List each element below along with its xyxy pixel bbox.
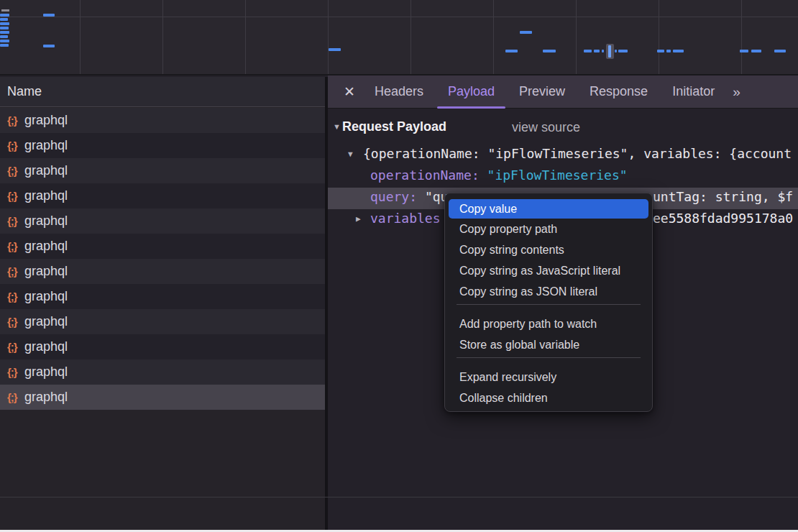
- network-activity-bar: [774, 50, 786, 52]
- network-activity-bar: [505, 50, 518, 52]
- request-name: graphql: [24, 364, 68, 380]
- query-value-fragment: untTag: string, $f: [653, 189, 793, 204]
- network-activity-bar: [0, 31, 9, 34]
- tab-response[interactable]: Response: [577, 75, 660, 109]
- network-overview-timeline[interactable]: [0, 0, 798, 75]
- table-row-selected[interactable]: {;}graphql: [0, 385, 325, 410]
- json-braces-icon: {;}: [7, 341, 24, 353]
- network-activity-bar: [0, 44, 9, 47]
- json-braces-icon: {;}: [7, 265, 24, 278]
- request-name: graphql: [24, 239, 68, 254]
- network-activity-bar: [520, 31, 532, 34]
- overview-hover-marker: [606, 44, 614, 59]
- request-name: graphql: [24, 188, 68, 203]
- network-activity-bar: [43, 14, 55, 17]
- json-braces-icon: {;}: [7, 165, 24, 177]
- json-braces-icon: {;}: [7, 316, 24, 328]
- request-table: Name {;}graphql {;}graphql {;}graphql {;…: [0, 77, 325, 532]
- footer-divider: [0, 497, 798, 497]
- request-rows: {;}graphql {;}graphql {;}graphql {;}grap…: [0, 108, 325, 410]
- network-activity-bar: [43, 45, 55, 47]
- overview-hover-marker-line: [608, 45, 611, 58]
- network-activity-bar: [0, 40, 9, 42]
- tree-row-root[interactable]: ▼ {operationName: "ipFlowTimeseries", va…: [328, 145, 798, 166]
- menu-item-copy-value[interactable]: Copy value: [449, 199, 648, 219]
- json-braces-icon: {;}: [7, 240, 24, 252]
- request-payload-section: ▼Request Payload view source: [328, 117, 798, 139]
- network-activity-bar: [751, 50, 761, 52]
- menu-item-copy-string-js-literal[interactable]: Copy string as JavaScript literal: [445, 260, 652, 281]
- json-braces-icon: {;}: [7, 215, 24, 227]
- network-activity-bar: [602, 50, 604, 52]
- table-row[interactable]: {;}graphql: [0, 133, 325, 158]
- request-name: graphql: [24, 138, 68, 153]
- network-activity-bar: [657, 50, 664, 52]
- menu-item-add-property-path-to-watch[interactable]: Add property path to watch: [445, 313, 652, 334]
- request-name: graphql: [24, 289, 68, 304]
- network-activity-bar: [0, 14, 9, 17]
- name-column-label: Name: [7, 84, 42, 99]
- section-title[interactable]: ▼Request Payload: [333, 119, 446, 134]
- tab-initiator[interactable]: Initiator: [660, 75, 727, 109]
- request-name: graphql: [24, 113, 68, 128]
- more-tabs-icon[interactable]: »: [733, 84, 739, 100]
- menu-item-copy-string-json-literal[interactable]: Copy string as JSON literal: [445, 281, 652, 302]
- detail-tab-bar: ✕ Headers Payload Preview Response Initi…: [328, 75, 798, 109]
- table-row[interactable]: {;}graphql: [0, 234, 325, 259]
- expand-triangle-icon[interactable]: ▼: [348, 150, 353, 159]
- network-activity-bar: [0, 18, 8, 21]
- json-braces-icon: {;}: [7, 190, 24, 202]
- name-column-header[interactable]: Name: [0, 77, 325, 107]
- close-icon[interactable]: ✕: [344, 83, 355, 100]
- context-menu: Copy value Copy property path Copy strin…: [444, 193, 653, 412]
- tab-preview[interactable]: Preview: [507, 75, 577, 109]
- network-activity-bar: [0, 35, 8, 38]
- property-value-string: "ipFlowTimeseries": [487, 168, 628, 183]
- menu-item-collapse-children[interactable]: Collapse children: [445, 387, 652, 408]
- variables-value-fragment: ee5588fdad995178a0: [653, 211, 793, 226]
- network-activity-bar: [329, 48, 341, 51]
- table-row[interactable]: {;}graphql: [0, 284, 325, 309]
- collapsed-triangle-icon[interactable]: ▶: [356, 214, 361, 224]
- request-name: graphql: [24, 390, 68, 405]
- overview-gray-tick: [1, 9, 9, 12]
- request-name: graphql: [24, 264, 68, 279]
- property-key: query:: [370, 189, 417, 204]
- network-activity-bar: [594, 50, 600, 52]
- table-row[interactable]: {;}graphql: [0, 334, 325, 359]
- network-activity-bar: [740, 50, 748, 52]
- overview-gridlines: [0, 0, 798, 74]
- table-row[interactable]: {;}graphql: [0, 359, 325, 385]
- menu-item-copy-string-contents[interactable]: Copy string contents: [445, 239, 652, 260]
- table-row[interactable]: {;}graphql: [0, 183, 325, 208]
- request-name: graphql: [24, 214, 68, 229]
- menu-separator: [457, 304, 641, 305]
- table-row[interactable]: {;}graphql: [0, 108, 325, 133]
- root-object-preview: {operationName: "ipFlowTimeseries", vari…: [363, 146, 792, 161]
- table-row[interactable]: {;}graphql: [0, 208, 325, 234]
- json-braces-icon: {;}: [7, 391, 24, 403]
- network-activity-bar: [584, 50, 592, 52]
- json-braces-icon: {;}: [7, 290, 24, 303]
- overview-band-divider: [0, 17, 798, 17]
- network-activity-bar: [618, 50, 628, 52]
- menu-item-store-as-global-variable[interactable]: Store as global variable: [445, 334, 652, 355]
- network-activity-bar: [543, 50, 556, 52]
- menu-item-copy-property-path[interactable]: Copy property path: [445, 219, 652, 239]
- network-activity-bar: [0, 22, 9, 25]
- view-source-link[interactable]: view source: [512, 120, 580, 135]
- collapse-triangle-icon: ▼: [333, 122, 341, 131]
- table-row[interactable]: {;}graphql: [0, 259, 325, 284]
- network-activity-bar: [673, 50, 684, 52]
- menu-item-expand-recursively[interactable]: Expand recursively: [445, 367, 652, 387]
- network-activity-bar: [615, 50, 617, 52]
- menu-separator: [457, 357, 641, 358]
- property-key: operationName:: [370, 168, 480, 183]
- tab-payload[interactable]: Payload: [436, 75, 507, 109]
- request-name: graphql: [24, 163, 68, 178]
- table-row[interactable]: {;}graphql: [0, 309, 325, 334]
- tab-headers[interactable]: Headers: [362, 75, 436, 109]
- table-row[interactable]: {;}graphql: [0, 158, 325, 183]
- tree-row-operation-name[interactable]: operationName: "ipFlowTimeseries": [328, 166, 798, 188]
- network-activity-bar: [666, 50, 671, 52]
